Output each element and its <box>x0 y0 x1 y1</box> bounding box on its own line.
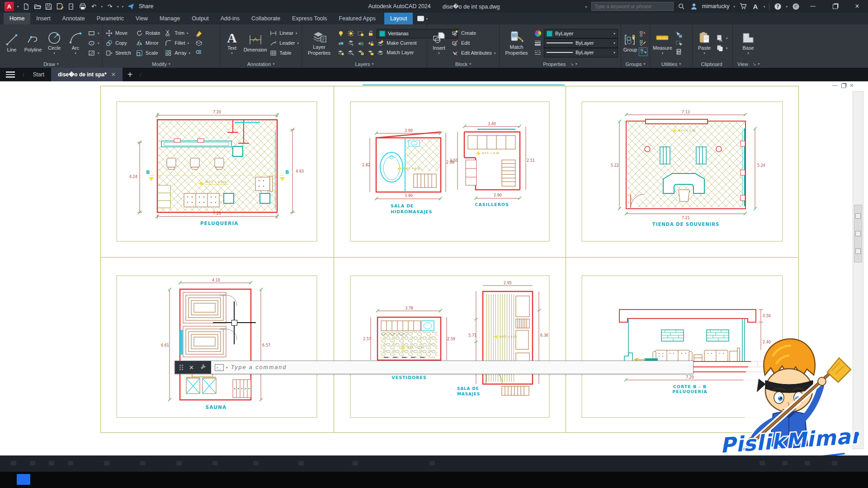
rotate-button[interactable]: Rotate <box>136 29 160 38</box>
edit-attributes-button[interactable]: Edit Attributes▾ <box>451 49 495 57</box>
tab-manage[interactable]: Manage <box>154 13 186 24</box>
polyline-button[interactable]: Polyline <box>24 33 42 53</box>
document-tab[interactable]: dise�o de int spa* ✕ <box>51 68 123 81</box>
layer-freeze-sun-icon[interactable] <box>347 30 354 38</box>
copy-clip-icon[interactable] <box>716 44 724 52</box>
username-label[interactable]: mimarlucky <box>702 3 730 9</box>
rectangle-tool-icon[interactable] <box>88 29 95 37</box>
print-icon[interactable] <box>79 2 87 10</box>
command-customize-wrench-icon[interactable] <box>200 363 207 372</box>
edit-block-button[interactable]: Edit <box>451 39 495 47</box>
nav-zoom-icon[interactable] <box>855 231 861 236</box>
restore-button[interactable] <box>826 0 844 13</box>
close-button[interactable]: × <box>848 0 866 13</box>
tab-collaborate[interactable]: Collaborate <box>245 13 286 24</box>
linear-button[interactable]: Linear▾ <box>269 29 299 38</box>
text-button[interactable]: A Text▾ <box>223 31 241 55</box>
paste-button[interactable]: Paste▾ <box>695 31 713 55</box>
tab-featured-apps[interactable]: Featured Apps <box>333 13 382 24</box>
open-file-icon[interactable] <box>33 2 42 10</box>
app-store-cart-icon[interactable] <box>739 2 747 10</box>
taskbar-item[interactable] <box>17 474 30 485</box>
ribbon-display-toggle[interactable]: ▾ <box>417 13 428 24</box>
nav-orbit-icon[interactable] <box>855 249 861 254</box>
overkill-icon[interactable] <box>195 48 203 56</box>
linetype-icon[interactable] <box>534 49 542 56</box>
group-selectable-icon[interactable] <box>639 47 647 56</box>
command-close-icon[interactable]: ✕ <box>189 364 194 371</box>
panel-label-modify[interactable]: Modify <box>103 60 220 68</box>
panel-label-view[interactable]: View↘ <box>733 60 868 68</box>
command-line-bar[interactable]: ✕ >_ ▾ <box>175 361 693 374</box>
layer-vpfreeze-icon[interactable] <box>347 49 354 56</box>
app-menu-caret-icon[interactable]: ▾ <box>17 5 19 8</box>
document-tab-close-icon[interactable]: ✕ <box>111 71 116 78</box>
insert-button[interactable]: Insert▾ <box>430 31 448 55</box>
copy-button[interactable]: Copy <box>105 39 131 47</box>
start-tab[interactable]: Start <box>26 68 51 81</box>
layer-walk-icon[interactable] <box>337 49 344 56</box>
share-label[interactable]: Share <box>139 3 153 9</box>
panel-label-properties[interactable]: Properties↘ <box>500 60 621 68</box>
layer-isolate2-icon[interactable] <box>347 39 354 47</box>
tab-express-tools[interactable]: Express Tools <box>286 13 333 24</box>
panel-label-draw[interactable]: Draw <box>0 60 102 68</box>
nav-pan-icon[interactable] <box>855 213 861 219</box>
plot-icon[interactable] <box>67 2 75 10</box>
layer-freeze2-icon[interactable] <box>357 39 364 47</box>
quick-select-icon[interactable] <box>675 31 683 38</box>
leader-button[interactable]: Leader▾ <box>269 39 299 47</box>
command-prompt[interactable]: >_ ▾ <box>211 361 693 374</box>
tab-add-ins[interactable]: Add-ins <box>215 13 245 24</box>
object-color-dropdown[interactable]: ByLayer <box>544 29 618 38</box>
tab-annotate[interactable]: Annotate <box>57 13 91 24</box>
scale-button[interactable]: Scale <box>136 49 160 57</box>
circle-button[interactable]: Circle ▾ <box>45 31 63 55</box>
menu-hamburger-icon[interactable] <box>0 68 21 81</box>
recent-commands-caret-icon[interactable]: ▾ <box>226 366 228 369</box>
panel-label-utilities[interactable]: Utilities <box>650 60 692 68</box>
command-drag-grip-icon[interactable] <box>179 365 183 370</box>
layer-lock2-icon[interactable] <box>367 39 374 47</box>
vp-restore-icon[interactable] <box>841 84 846 88</box>
minimize-button[interactable] <box>804 0 822 13</box>
undo-caret-icon[interactable]: ▾ <box>101 5 103 8</box>
search-icon[interactable] <box>678 2 686 10</box>
new-drawing-tab-button[interactable]: + <box>123 68 138 81</box>
fillet-button[interactable]: Fillet▾ <box>165 39 190 47</box>
new-file-icon[interactable] <box>22 2 30 10</box>
erase-icon[interactable] <box>195 30 203 38</box>
vp-minimize-icon[interactable] <box>832 85 838 86</box>
panel-label-layers[interactable]: Layers <box>302 60 427 68</box>
tab-output[interactable]: Output <box>186 13 215 24</box>
scrollbar-thumb[interactable] <box>854 205 862 263</box>
group-edit-icon[interactable] <box>639 39 646 47</box>
command-input[interactable] <box>230 364 693 371</box>
ellipse-tool-icon[interactable] <box>88 39 95 47</box>
panel-label-clipboard[interactable]: Clipboard <box>693 60 732 68</box>
lineweight-icon[interactable] <box>534 39 542 47</box>
make-current-button[interactable]: Make Current <box>377 39 417 47</box>
vp-close-icon[interactable]: ✕ <box>849 83 854 89</box>
tab-view[interactable]: View <box>130 13 154 24</box>
create-block-button[interactable]: Create <box>451 29 495 38</box>
tab-parametric[interactable]: Parametric <box>91 13 130 24</box>
measure-button[interactable]: Measure▾ <box>653 31 672 55</box>
layer-unlock-icon[interactable] <box>367 49 374 56</box>
tab-home[interactable]: Home <box>4 13 30 24</box>
line-button[interactable]: Line <box>3 33 21 53</box>
user-avatar-icon[interactable] <box>690 2 698 10</box>
trim-button[interactable]: Trim▾ <box>165 29 190 38</box>
stretch-button[interactable]: Stretch <box>105 49 131 57</box>
save-as-icon[interactable] <box>56 2 64 10</box>
layer-off-icon[interactable] <box>337 39 344 47</box>
explode-icon[interactable] <box>195 39 203 47</box>
user-menu-caret-icon[interactable]: ▾ <box>733 5 735 8</box>
id-point-icon[interactable] <box>675 39 683 47</box>
redo-caret-icon[interactable]: ▾ <box>117 5 119 8</box>
ungroup-icon[interactable] <box>639 30 646 38</box>
panel-label-block[interactable]: Block <box>427 60 499 68</box>
linetype-dropdown[interactable]: ByLayer <box>544 48 618 57</box>
dimension-button[interactable]: Dimension <box>244 33 266 53</box>
redo-icon[interactable]: ↷ <box>106 2 114 10</box>
